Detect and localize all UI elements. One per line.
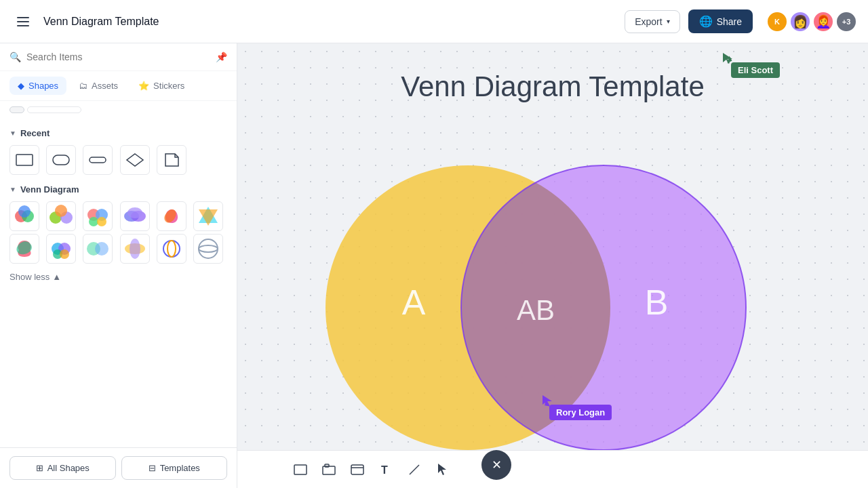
cursor-rory: Rory Logan [549,405,612,420]
svg-rect-1 [53,155,69,165]
svg-marker-36 [723,53,732,64]
rory-cursor-icon [542,395,553,406]
panel-bottom: ⊞ All Shapes ⊟ Templates [0,447,237,488]
share-button[interactable]: 🌐 Share [688,9,753,33]
search-bar: 🔍 📌 [0,43,237,71]
venn-shape-3[interactable] [83,201,113,231]
subtab-bar [0,101,237,119]
shape-pill[interactable] [83,145,113,175]
svg-point-9 [55,205,67,217]
avatar-overflow: +3 [835,11,857,33]
frame-tool-button[interactable] [344,457,370,483]
svg-point-16 [127,207,142,218]
avatar-2: 👩 [789,11,811,33]
shape-rounded-rect[interactable] [46,145,76,175]
svg-point-28 [167,241,176,257]
rory-cursor-label: Rory Logan [549,405,612,420]
shape-rectangle[interactable] [9,145,39,175]
svg-point-29 [199,239,218,258]
svg-point-27 [163,241,180,257]
rectangle-tool-icon [293,462,308,477]
show-less-button[interactable]: Show less ▲ [0,269,71,285]
svg-rect-41 [351,465,363,474]
menu-button[interactable] [11,9,35,34]
tab-shape-tool-button[interactable] [316,457,342,483]
pointer-tool-button[interactable] [430,457,456,483]
export-button[interactable]: Export ▾ [625,10,679,33]
doc-title: Venn Diagram Template [43,16,616,28]
circle-ab-label: AB [517,294,555,326]
x-icon: ✕ [492,458,502,472]
text-tool-icon: T [378,462,393,477]
shape-diamond[interactable] [120,145,150,175]
recent-section-header[interactable]: ▼ Recent [0,124,237,142]
templates-button[interactable]: ⊟ Templates [121,456,228,480]
svg-point-24 [95,242,108,256]
venn-shape-12[interactable] [193,234,223,264]
circle-a-label: A [402,283,426,322]
tab-tool-icon [321,462,336,477]
stickers-icon: ⭐ [138,81,149,91]
grid-icon: ⊞ [36,463,43,473]
tab-stickers[interactable]: ⭐ Stickers [130,77,193,95]
venn-shape-10[interactable] [120,234,150,264]
subtab-1[interactable] [9,106,24,113]
tab-shapes[interactable]: ◆ Shapes [9,77,66,95]
venn-shapes-grid [0,199,237,269]
svg-point-13 [97,217,106,226]
line-tool-button[interactable] [401,457,427,483]
svg-point-6 [18,205,31,218]
search-icon: 🔍 [9,52,21,62]
svg-rect-0 [16,155,33,165]
shape-page[interactable] [157,145,186,175]
globe-icon: 🌐 [699,15,713,28]
cursor-eli: Eli Scott [731,62,780,78]
tab-bar: ◆ Shapes 🗂 Assets ⭐ Stickers [0,71,237,101]
header: Venn Diagram Template Export ▾ 🌐 Share K… [0,0,868,43]
venn-section-header[interactable]: ▼ Venn Diagram [0,180,237,199]
collapse-icon-venn: ▼ [9,186,16,193]
text-tool-button[interactable]: T [373,457,399,483]
venn-shape-7[interactable] [9,234,39,264]
subtab-2[interactable] [27,106,81,113]
avatar-3: 👩‍🦰 [812,11,834,33]
svg-line-44 [410,465,419,474]
templates-icon: ⊟ [149,463,156,473]
all-shapes-button[interactable]: ⊞ All Shapes [9,456,116,480]
pin-icon[interactable]: 📌 [216,52,227,62]
venn-shape-8[interactable] [46,234,76,264]
tab-assets[interactable]: 🗂 Assets [71,77,126,95]
svg-marker-37 [542,395,552,406]
rectangle-tool-button[interactable] [288,457,313,483]
search-input[interactable] [26,52,210,62]
venn-shape-2[interactable] [46,201,76,231]
pointer-tool-icon [435,462,450,477]
venn-shape-1[interactable] [9,201,39,231]
shapes-icon: ◆ [18,81,24,91]
venn-shape-6[interactable] [193,201,223,231]
eli-cursor-label: Eli Scott [731,62,780,78]
venn-shape-4[interactable] [120,201,150,231]
collapse-icon: ▼ [9,129,16,137]
svg-rect-2 [90,157,106,163]
svg-marker-3 [127,154,143,166]
frame-tool-icon [350,462,365,477]
bottom-toolbar: ✕ T [237,450,868,488]
close-fab-button[interactable]: ✕ [481,450,511,480]
svg-marker-18 [199,209,218,226]
shapes-panel: ▼ Recent ▼ Venn Diagram [0,119,237,447]
line-tool-icon [407,462,422,477]
venn-shape-5[interactable] [157,201,186,231]
assets-icon: 🗂 [79,81,87,91]
chevron-up-icon: ▲ [52,272,61,282]
svg-rect-40 [325,464,329,467]
svg-marker-45 [438,464,446,475]
svg-rect-39 [323,466,335,474]
collaborator-avatars: K 👩 👩‍🦰 +3 [766,11,857,33]
svg-point-26 [130,239,140,259]
chevron-down-icon: ▾ [667,18,670,25]
venn-shape-9[interactable] [83,234,113,264]
svg-point-22 [60,249,69,259]
venn-shape-11[interactable] [157,234,186,264]
canvas[interactable]: Venn Diagram Template A AB B Eli Scott R… [237,43,868,488]
